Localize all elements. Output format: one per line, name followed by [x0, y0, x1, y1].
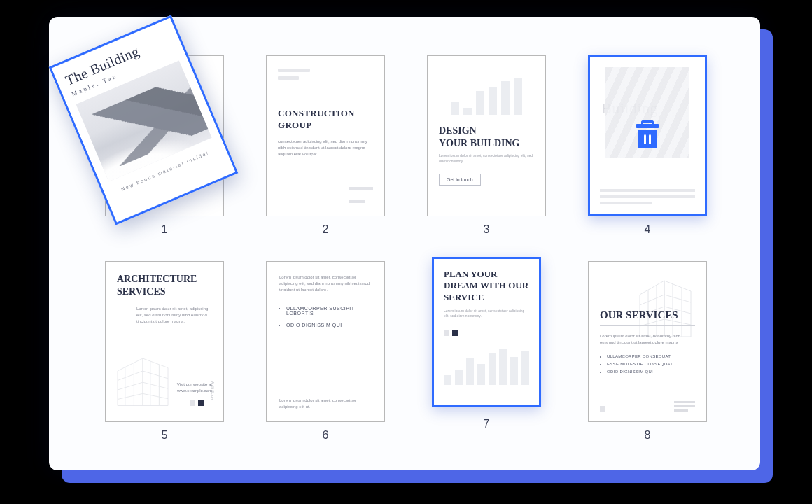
page-footer — [600, 399, 695, 412]
page-body: Lorem ipsum dolor sit amet, adipiscing e… — [136, 306, 212, 325]
mini-bar-chart — [444, 346, 529, 385]
page-cell-2: CONSTRUCTION GROUP consectetuer adipisci… — [266, 55, 385, 236]
page-heading: ARCHITECTURE SERVICES — [117, 273, 212, 298]
page-number-2: 2 — [266, 223, 385, 236]
page-number-5: 5 — [105, 429, 224, 442]
list-item: ODIO DIGNISSIM QUI — [286, 323, 372, 328]
page-cell-4: Building 4 — [588, 55, 707, 236]
svg-line-0 — [118, 371, 143, 381]
page-number-8: 8 — [588, 429, 707, 442]
cta-button: Get in touch — [439, 174, 481, 186]
website-label: Visit our website atwww.example.com — [177, 382, 212, 393]
bullet-list: ULLAMCORPER SUSCIPIT LOBORTIS ODIO DIGNI… — [286, 306, 372, 328]
svg-line-3 — [143, 371, 168, 379]
page-body: Lorem ipsum dolor sit amet, consectetuer… — [439, 153, 534, 164]
page-number-1: 1 — [105, 223, 224, 236]
page-number-4: 4 — [588, 223, 707, 236]
list-item: ODIO DIGNISSIM QUI — [607, 370, 695, 374]
svg-line-5 — [143, 393, 168, 398]
page-thumb-2[interactable]: CONSTRUCTION GROUP consectetuer adipisci… — [266, 55, 385, 216]
page-body: consectetuer adipiscing elit, sed diam n… — [278, 139, 373, 158]
page-heading: CONSTRUCTION GROUP — [278, 108, 373, 132]
page-cell-5: ARCHITECTURE SERVICES Lorem ipsum dolor … — [105, 261, 224, 442]
svg-line-2 — [118, 393, 143, 399]
cover-photo — [76, 60, 212, 181]
page-cell-6: Lorem ipsum dolor sit amet, consectetuer… — [266, 261, 385, 442]
page-thumb-5[interactable]: ARCHITECTURE SERVICES Lorem ipsum dolor … — [105, 261, 224, 422]
svg-line-1 — [118, 382, 143, 390]
page-grid: The Building Maple. Tan New bonus materi… — [105, 55, 707, 442]
placeholder-line — [278, 76, 299, 80]
page-thumb-3[interactable]: DESIGNYOUR BUILDING Lorem ipsum dolor si… — [427, 55, 546, 216]
svg-line-10 — [640, 295, 664, 305]
page-body: Lorem ipsum dolor sit amet, consectetuer… — [444, 309, 529, 319]
page-thumb-6[interactable]: Lorem ipsum dolor sit amet, consectetuer… — [266, 261, 385, 422]
placeholder-line — [278, 69, 310, 72]
svg-line-13 — [664, 295, 691, 302]
brand-tag: ArchitEcture — [211, 382, 215, 400]
page-number-3: 3 — [427, 223, 546, 236]
list-item: ESSE MOLESTIE CONSEQUAT — [607, 362, 695, 366]
page-cell-1: The Building Maple. Tan New bonus materi… — [105, 55, 224, 236]
page-heading: DESIGNYOUR BUILDING — [439, 125, 534, 149]
page-thumb-7[interactable]: PLAN YOUR DREAM WITH OUR SERVICE Lorem i… — [432, 257, 541, 407]
page-footer: Lorem ipsum dolor sit amet, consectetuer… — [279, 398, 372, 410]
building-wireframe — [629, 270, 699, 340]
page-body: Lorem ipsum dolor sit amet, consectetuer… — [279, 274, 372, 293]
page-cell-8: OUR SERVICES Lorem ipsum dolor sit amet,… — [588, 261, 707, 442]
page-footer-lines — [346, 181, 373, 206]
page-heading: PLAN YOUR DREAM WITH OUR SERVICE — [444, 269, 529, 303]
mini-bar-chart — [439, 73, 534, 115]
page-organizer-canvas: The Building Maple. Tan New bonus materi… — [49, 17, 760, 470]
decor-squares — [187, 396, 204, 409]
page-heading: OUR SERVICES — [600, 309, 695, 326]
decor-squares — [444, 326, 529, 339]
page-number-7: 7 — [427, 418, 546, 430]
list-item: ULLAMCORPER SUSCIPIT LOBORTIS — [286, 306, 372, 316]
page-body: Lorem ipsum dolor sit amet, nonummy nibh… — [600, 333, 695, 346]
svg-line-4 — [143, 382, 168, 388]
page-number-6: 6 — [266, 429, 385, 442]
page-thumb-8[interactable]: OUR SERVICES Lorem ipsum dolor sit amet,… — [588, 261, 707, 422]
page-thumb-4[interactable]: Building — [588, 55, 707, 216]
list-item: ULLAMCORPER CONSEQUAT — [607, 354, 695, 358]
building-wireframe — [111, 346, 174, 409]
page-cell-7: PLAN YOUR DREAM WITH OUR SERVICE Lorem i… — [427, 261, 546, 442]
page-cell-3: DESIGNYOUR BUILDING Lorem ipsum dolor si… — [427, 55, 546, 236]
bullet-list: ULLAMCORPER CONSEQUAT ESSE MOLESTIE CONS… — [607, 354, 695, 374]
trash-icon[interactable] — [634, 124, 662, 152]
placeholder-lines — [600, 186, 695, 204]
